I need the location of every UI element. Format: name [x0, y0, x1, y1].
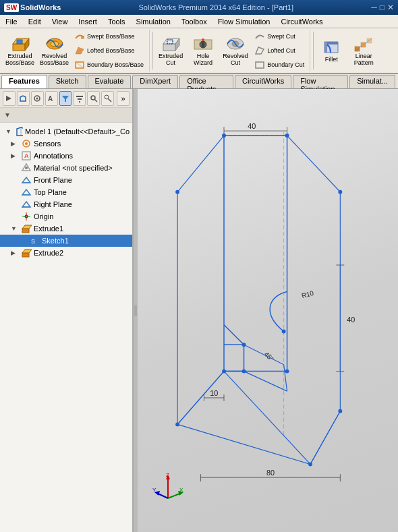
- extruded-cut-button[interactable]: ExtrudedCut: [154, 33, 187, 68]
- tree-right-plane[interactable]: ▶ Right Plane: [0, 198, 132, 210]
- extruded-boss-button[interactable]: ExtrudedBoss/Base: [3, 33, 37, 68]
- swept-boss-label: Swept Boss/Base: [87, 33, 135, 40]
- menu-flow-simulation[interactable]: Flow Simulation: [215, 16, 273, 27]
- viewport[interactable]: 40 40 80 10 R10 45°: [138, 89, 398, 532]
- extrude2-icon: [21, 247, 32, 258]
- svg-rect-62: [22, 253, 29, 257]
- revolved-cut-button[interactable]: RevolvedCut: [219, 33, 252, 68]
- lofted-cut-button[interactable]: Lofted Cut: [252, 44, 307, 57]
- svg-point-103: [175, 422, 179, 426]
- tab-office[interactable]: Office Products: [179, 75, 233, 88]
- sidebar-filter3-button[interactable]: [87, 91, 100, 106]
- tree-extrude2[interactable]: ▶ Extrude2: [0, 247, 132, 259]
- svg-marker-41: [17, 127, 23, 136]
- boundary-boss-button[interactable]: Boundary Boss/Base: [72, 58, 146, 71]
- maximize-button[interactable]: □: [380, 3, 385, 12]
- minimize-button[interactable]: ─: [371, 3, 377, 12]
- sidebar-filter1-button[interactable]: [59, 91, 72, 106]
- svg-marker-29: [20, 96, 26, 101]
- extrude1-icon: [21, 223, 32, 234]
- toolbar-separator-2: [313, 32, 314, 69]
- boundary-cut-icon: [254, 59, 265, 70]
- material-icon: [21, 162, 32, 173]
- tree-root[interactable]: ▼ Model 1 (Default<<Default>_Co: [0, 125, 132, 138]
- tree-front-plane[interactable]: ▶ Front Plane: [0, 174, 132, 186]
- swept-cut-button[interactable]: Swept Cut: [252, 30, 307, 43]
- tree-sketch1[interactable]: ▶ S Sketch1: [0, 235, 132, 247]
- sidebar-sensor-button[interactable]: [31, 91, 44, 106]
- revolved-cut-icon: [225, 34, 246, 53]
- extrude1-label: Extrude1: [34, 225, 63, 233]
- revolved-boss-button[interactable]: RevolvedBoss/Base: [37, 33, 72, 68]
- root-expander[interactable]: ▼: [5, 128, 13, 135]
- menu-tools[interactable]: Tools: [105, 16, 128, 27]
- fillet-button[interactable]: Fillet: [315, 36, 347, 65]
- title-bar: SW SolidWorks SolidWorks Premium 2014 x6…: [0, 0, 398, 15]
- svg-point-95: [222, 134, 226, 138]
- svg-line-87: [310, 411, 340, 465]
- extrude2-label: Extrude2: [34, 249, 63, 257]
- svg-point-101: [308, 463, 312, 467]
- menu-toolbox[interactable]: Toolbox: [179, 16, 210, 27]
- boundary-cut-button[interactable]: Boundary Cut: [252, 58, 307, 71]
- menu-view[interactable]: View: [49, 16, 71, 27]
- tree-extrude1[interactable]: ▼ Extrude1: [0, 223, 132, 235]
- sensors-expander[interactable]: ▶: [11, 140, 19, 147]
- tree-material[interactable]: ▶ Material <not specified>: [0, 162, 132, 174]
- svg-line-90: [244, 345, 284, 365]
- tab-flow[interactable]: Flow Simulation: [293, 75, 348, 88]
- tree-annotations[interactable]: ▶ A Annotations: [0, 150, 132, 162]
- sidebar-part-button[interactable]: [17, 91, 30, 106]
- hole-wizard-button[interactable]: HoleWizard: [187, 33, 219, 68]
- sidebar-filter2-button[interactable]: [73, 91, 86, 106]
- svg-point-16: [202, 41, 204, 48]
- menu-simulation[interactable]: Simulation: [134, 16, 173, 27]
- annotations-expander[interactable]: ▶: [11, 152, 19, 159]
- sidebar-annotation-button[interactable]: A: [45, 91, 58, 106]
- svg-text:R10: R10: [301, 289, 315, 299]
- svg-rect-36: [79, 101, 80, 102]
- menu-circuitworks[interactable]: CircuitWorks: [278, 16, 325, 27]
- origin-label: Origin: [34, 212, 53, 220]
- svg-text:10: 10: [210, 389, 218, 397]
- svg-text:Z: Z: [166, 472, 169, 478]
- close-button[interactable]: ✕: [387, 3, 394, 12]
- svg-rect-34: [76, 96, 83, 97]
- linear-pattern-icon: [353, 34, 374, 53]
- extrude2-expander[interactable]: ▶: [11, 249, 19, 256]
- tree-origin[interactable]: ▶ Origin: [0, 210, 132, 223]
- svg-text:X: X: [179, 487, 183, 493]
- menu-file[interactable]: File: [3, 16, 20, 27]
- tab-dimxpert[interactable]: DimXpert: [132, 75, 178, 88]
- svg-text:A: A: [48, 95, 53, 102]
- svg-point-31: [36, 97, 38, 99]
- revolved-boss-label: RevolvedBoss/Base: [40, 53, 69, 67]
- svg-point-97: [285, 370, 289, 374]
- tree-sensors[interactable]: ▶ Sensors: [0, 138, 132, 150]
- tab-simulat[interactable]: Simulat...: [349, 75, 395, 88]
- tab-features[interactable]: Features: [1, 75, 47, 88]
- sidebar-arrow-button[interactable]: [3, 91, 16, 106]
- svg-rect-3: [17, 40, 22, 44]
- lofted-boss-button[interactable]: Lofted Boss/Base: [72, 44, 146, 57]
- svg-marker-53: [22, 202, 30, 207]
- fillet-label: Fillet: [325, 57, 338, 63]
- tab-circuitworks[interactable]: CircuitWorks: [235, 75, 291, 88]
- svg-rect-27: [367, 38, 372, 43]
- tab-evaluate[interactable]: Evaluate: [88, 75, 132, 88]
- sketch1-label: Sketch1: [42, 237, 69, 245]
- front-plane-label: Front Plane: [34, 176, 72, 184]
- tab-sketch[interactable]: Sketch: [49, 75, 86, 88]
- extruded-boss-label: ExtrudedBoss/Base: [5, 53, 34, 67]
- sidebar-search-button[interactable]: [101, 91, 114, 106]
- linear-pattern-button[interactable]: LinearPattern: [347, 33, 380, 68]
- right-plane-label: Right Plane: [34, 200, 72, 208]
- menu-edit[interactable]: Edit: [26, 16, 44, 27]
- extrude1-expander[interactable]: ▼: [11, 225, 19, 232]
- sidebar-expand-button[interactable]: »: [117, 91, 130, 106]
- svg-text:45°: 45°: [263, 351, 275, 363]
- tree-top-plane[interactable]: ▶ Top Plane: [0, 186, 132, 198]
- swept-boss-button[interactable]: Swept Boss/Base: [72, 30, 146, 43]
- menu-insert[interactable]: Insert: [76, 16, 100, 27]
- sketch1-icon: S: [29, 235, 40, 246]
